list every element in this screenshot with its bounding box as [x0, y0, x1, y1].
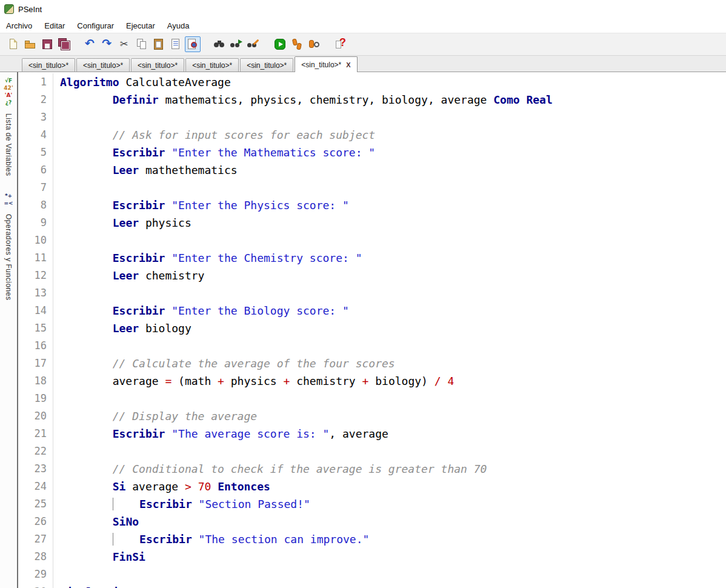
replace-button[interactable] — [245, 36, 261, 52]
menu-item-archivo[interactable]: Archivo — [0, 19, 38, 32]
app-icon — [4, 4, 14, 14]
code-text[interactable] — [53, 179, 60, 196]
tab-3[interactable]: <sin_titulo>* — [131, 58, 184, 72]
toolbar-group-1 — [2, 36, 75, 52]
tab-6[interactable]: <sin_titulo>*X — [295, 56, 357, 72]
token — [60, 515, 113, 528]
open-file-button[interactable] — [22, 36, 38, 52]
token: Entonces — [218, 480, 270, 493]
code-line: 15 Leer biology — [18, 319, 726, 337]
find-next-button[interactable] — [228, 36, 244, 52]
code-text[interactable]: Definir mathematics, physics, chemistry,… — [53, 91, 553, 109]
code-line: 10 — [18, 232, 726, 249]
code-text[interactable]: average = (math + physics + chemistry + … — [53, 372, 454, 390]
code-text[interactable] — [53, 232, 60, 249]
code-text[interactable]: // Ask for input scores for each subject — [53, 126, 375, 144]
code-text[interactable]: // Display the average — [53, 407, 257, 425]
token — [60, 463, 113, 475]
token — [60, 550, 113, 563]
sidebar-label-operators[interactable]: Operadores y Funciones — [4, 214, 13, 300]
code-line: 26 SiNo — [18, 513, 726, 530]
code-text[interactable]: Escribir "Enter the Biology score: " — [53, 302, 349, 319]
line-number: 2 — [18, 91, 53, 109]
line-number: 24 — [18, 478, 53, 495]
code-text[interactable] — [53, 390, 60, 407]
code-text[interactable] — [53, 109, 60, 126]
menu-item-ayuda[interactable]: Ayuda — [161, 19, 196, 32]
token: "Enter the Chemistry score: " — [172, 252, 362, 264]
code-line: 13 — [18, 284, 726, 302]
new-file-button[interactable] — [5, 36, 21, 52]
code-line: 7 — [18, 179, 726, 196]
token: Escribir — [113, 304, 165, 317]
code-text[interactable]: Escribir "Section Passed!" — [53, 495, 310, 513]
line-number: 18 — [18, 372, 53, 390]
code-line: 8 Escribir "Enter the Physics score: " — [18, 196, 726, 214]
code-text[interactable]: Escribir "The average score is: ", avera… — [53, 425, 388, 443]
run-to-button[interactable] — [306, 36, 322, 52]
icon-glyph: 42' — [4, 84, 13, 92]
copy-button[interactable] — [134, 36, 150, 52]
tab-close-button[interactable]: X — [346, 61, 350, 68]
menu-item-editar[interactable]: Editar — [38, 19, 71, 32]
code-line: 6 Leer mathethematics — [18, 161, 726, 179]
code-editor[interactable]: 1Algoritmo CalculateAverage2 Definir mat… — [18, 72, 726, 588]
token: "Enter the Biology score: " — [172, 304, 349, 317]
code-text[interactable] — [53, 443, 60, 460]
code-text[interactable]: SiNo — [53, 513, 139, 530]
format-doc-button[interactable] — [168, 36, 184, 52]
code-line: 17 // Calculate the average of the four … — [18, 355, 726, 372]
paste-button[interactable] — [151, 36, 167, 52]
token — [60, 164, 113, 176]
token: SiNo — [113, 515, 139, 528]
code-text[interactable]: Leer chemistry — [53, 267, 204, 284]
code-text[interactable]: // Calculate the average of the four sco… — [53, 355, 395, 372]
save-all-button[interactable] — [56, 36, 72, 52]
redo-button[interactable] — [100, 36, 116, 52]
cut-button[interactable] — [117, 36, 133, 52]
menu-item-configurar[interactable]: Configurar — [71, 19, 120, 32]
token: "Enter the Physics score: " — [172, 199, 349, 212]
code-text[interactable]: Algoritmo CalculateAverage — [53, 73, 231, 91]
code-text[interactable]: Leer mathethematics — [53, 161, 238, 179]
tab-5[interactable]: <sin_titulo>* — [240, 58, 293, 72]
code-text[interactable]: // Conditional to check if the average i… — [53, 460, 487, 478]
tab-label: <sin_titulo>* — [138, 61, 178, 70]
sidebar: √F42''A'¿?Lista de Variables*+=<Operador… — [0, 72, 18, 588]
tab-1[interactable]: <sin_titulo>* — [22, 58, 75, 72]
token: Escribir — [113, 146, 165, 159]
tab-4[interactable]: <sin_titulo>* — [185, 58, 239, 72]
token: 4 — [447, 375, 454, 387]
run-button[interactable] — [272, 36, 288, 52]
token — [211, 480, 218, 493]
menu-bar: ArchivoEditarConfigurarEjecutarAyuda — [0, 18, 726, 33]
menu-item-ejecutar[interactable]: Ejecutar — [120, 19, 161, 32]
undo-button[interactable] — [83, 36, 99, 52]
code-text[interactable] — [53, 284, 60, 302]
code-text[interactable]: Escribir "Enter the Physics score: " — [53, 196, 349, 214]
save-button[interactable] — [39, 36, 55, 52]
code-text[interactable]: Si average > 70 Entonces — [53, 478, 270, 495]
token: Leer — [113, 322, 139, 335]
line-number: 19 — [18, 390, 53, 407]
code-text[interactable]: Escribir "Enter the Chemistry score: " — [53, 249, 362, 267]
code-text[interactable]: Leer biology — [53, 319, 191, 337]
code-text[interactable]: FinAlgoritmo — [53, 583, 139, 588]
code-text[interactable] — [53, 566, 60, 583]
token: "The average score is: " — [172, 427, 329, 440]
code-text[interactable]: Leer physics — [53, 214, 191, 232]
code-text[interactable]: Escribir "Enter the Mathematics score: " — [53, 144, 375, 161]
syntax-helper-button[interactable] — [185, 36, 201, 52]
tab-2[interactable]: <sin_titulo>* — [76, 58, 130, 72]
sidebar-label-variables[interactable]: Lista de Variables — [4, 113, 13, 176]
code-text[interactable] — [53, 337, 60, 355]
help-button[interactable] — [333, 36, 348, 52]
token: average — [125, 480, 185, 493]
code-line: 12 Leer chemistry — [18, 267, 726, 284]
find-button[interactable] — [211, 36, 227, 52]
run-step-button[interactable] — [289, 36, 305, 52]
code-text[interactable]: Escribir "The section can improve." — [53, 530, 369, 548]
code-text[interactable]: FinSi — [53, 548, 145, 566]
code-line: 19 — [18, 390, 726, 407]
copy-icon — [135, 38, 148, 51]
